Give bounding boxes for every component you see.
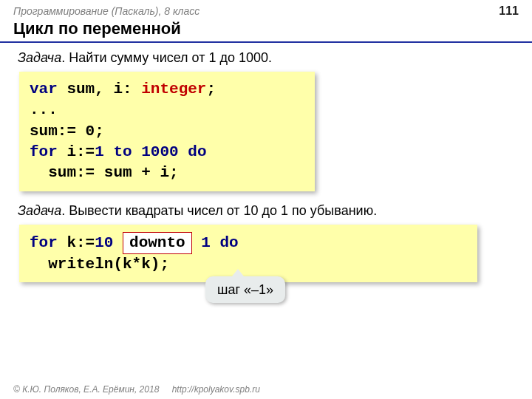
footer-url: http://kpolyakov.spb.ru — [172, 384, 260, 395]
task-text: . Найти сумму чисел от 1 до 1000. — [61, 50, 272, 65]
number-literal: 10 — [95, 234, 113, 251]
slide-header: Программирование (Паскаль), 8 класс 111 — [0, 0, 532, 19]
code-block-2: for k:=10 downto 1 do writeln(k*k); шаг … — [19, 225, 477, 283]
code-line: writeln(k*k); — [30, 254, 467, 275]
task-label: Задача — [18, 203, 61, 218]
copyright: © К.Ю. Поляков, Е.А. Ерёмин, 2018 — [13, 384, 159, 395]
number-literal: 1000 — [141, 143, 178, 160]
keyword-for: for — [30, 234, 58, 251]
keyword-var: var — [30, 81, 58, 98]
code-line: sum:= 0; — [30, 121, 304, 142]
keyword-do: do — [211, 234, 239, 251]
downto-highlight-box: downto — [123, 232, 192, 254]
slide-footer: © К.Ю. Поляков, Е.А. Ерёмин, 2018 http:/… — [13, 384, 260, 395]
keyword-to: to — [104, 143, 141, 160]
code-line: var sum, i: integer; — [30, 79, 304, 100]
code-line: for k:=10 downto 1 do — [30, 232, 467, 254]
number-literal: 1 — [201, 234, 211, 251]
code-text: k:= — [58, 234, 95, 251]
code-text: i:= — [58, 143, 95, 160]
code-text: ; — [206, 81, 216, 98]
task-1: Задача. Найти сумму чисел от 1 до 1000. — [0, 50, 532, 66]
code-text: sum, i: — [58, 81, 141, 98]
task-label: Задача — [18, 50, 61, 65]
keyword-for: for — [30, 143, 58, 160]
number-literal: 1 — [95, 143, 104, 160]
slide-title: Цикл по переменной — [0, 19, 532, 43]
code-block-1: var sum, i: integer; ... sum:= 0; for i:… — [19, 72, 315, 191]
task-text: . Вывести квадраты чисел от 10 до 1 по у… — [61, 203, 377, 218]
code-line: for i:=1 to 1000 do — [30, 142, 304, 163]
code-text — [192, 234, 202, 251]
breadcrumb: Программирование (Паскаль), 8 класс — [13, 5, 200, 17]
code-text — [113, 234, 123, 251]
task-2: Задача. Вывести квадраты чисел от 10 до … — [0, 203, 532, 219]
page-number: 111 — [499, 4, 519, 18]
code-line: ... — [30, 100, 304, 120]
keyword-do: do — [179, 143, 207, 160]
type-integer: integer — [141, 81, 206, 98]
callout-step: шаг «–1» — [205, 276, 285, 303]
code-line: sum:= sum + i; — [30, 163, 304, 183]
